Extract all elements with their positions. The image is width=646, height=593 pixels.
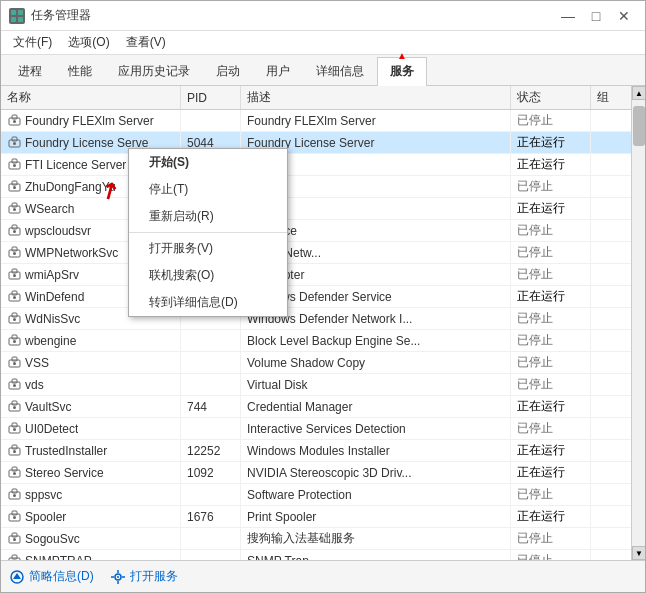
title-bar-left: 任务管理器 xyxy=(9,7,91,24)
service-icon xyxy=(7,114,21,128)
cell-status: 正在运行 xyxy=(511,198,591,219)
cell-desc: Credential Manager xyxy=(241,396,511,417)
scrollbar[interactable]: ▲ ▼ xyxy=(631,86,645,560)
cell-status: 已停止 xyxy=(511,176,591,197)
table-row[interactable]: WdNisSvc Windows Defender Network I... 已… xyxy=(1,308,631,330)
table-row[interactable]: WinDefend 2056 Windows Defender Service … xyxy=(1,286,631,308)
window-title: 任务管理器 xyxy=(31,7,91,24)
menu-view[interactable]: 查看(V) xyxy=(118,32,174,53)
table-body[interactable]: Foundry FLEXlm Server Foundry FLEXlm Ser… xyxy=(1,110,631,560)
cell-group xyxy=(591,484,631,505)
menu-options[interactable]: 选项(O) xyxy=(60,32,117,53)
cell-name: VSS xyxy=(1,352,181,373)
cell-group xyxy=(591,506,631,527)
svg-point-54 xyxy=(13,472,16,475)
table-row[interactable]: Spooler 1676 Print Spooler 正在运行 xyxy=(1,506,631,528)
col-desc[interactable]: 描述 xyxy=(241,86,511,109)
cell-name: Stereo Service xyxy=(1,462,181,483)
app-icon xyxy=(9,8,25,24)
cell-group xyxy=(591,220,631,241)
service-icon xyxy=(7,422,21,436)
table-row[interactable]: UI0Detect Interactive Services Detection… xyxy=(1,418,631,440)
col-name[interactable]: 名称 xyxy=(1,86,181,109)
tab-app-history[interactable]: 应用历史记录 xyxy=(105,57,203,85)
cell-pid xyxy=(181,374,241,395)
cell-desc: Print Spooler xyxy=(241,506,511,527)
service-icon xyxy=(7,488,21,502)
table-row[interactable]: SNMPTRAP SNMP Trap 已停止 xyxy=(1,550,631,560)
col-status[interactable]: 状态 xyxy=(511,86,591,109)
cell-group xyxy=(591,286,631,307)
cell-group xyxy=(591,242,631,263)
close-button[interactable]: ✕ xyxy=(611,6,637,26)
table-row[interactable]: Foundry License Serve 5044 Foundry Licen… xyxy=(1,132,631,154)
service-icon xyxy=(7,532,21,546)
table-row[interactable]: TrustedInstaller 12252 Windows Modules I… xyxy=(1,440,631,462)
cell-name: Spooler xyxy=(1,506,181,527)
service-icon xyxy=(7,202,21,216)
tab-performance[interactable]: 性能 xyxy=(55,57,105,85)
context-menu-item[interactable]: 转到详细信息(D) xyxy=(129,289,287,316)
context-menu-item[interactable]: 联机搜索(O) xyxy=(129,262,287,289)
table-row[interactable]: Stereo Service 1092 NVIDIA Stereoscopic … xyxy=(1,462,631,484)
tab-users[interactable]: 用户 xyxy=(253,57,303,85)
cell-pid: 12252 xyxy=(181,440,241,461)
svg-point-63 xyxy=(13,538,16,541)
cell-status: 正在运行 xyxy=(511,132,591,153)
open-service-icon xyxy=(110,569,126,585)
tab-startup[interactable]: 启动 xyxy=(203,57,253,85)
svg-point-30 xyxy=(13,296,16,299)
menu-file[interactable]: 文件(F) xyxy=(5,32,60,53)
table-row[interactable]: WMPNetworkSvc Player Netw... 已停止 xyxy=(1,242,631,264)
table-row[interactable]: wbengine Block Level Backup Engine Se...… xyxy=(1,330,631,352)
title-bar: 任务管理器 — □ ✕ xyxy=(1,1,645,31)
table-row[interactable]: wmiApSrv ce Adapter 已停止 xyxy=(1,264,631,286)
context-menu-item[interactable]: 重新启动(R) xyxy=(129,203,287,230)
cell-desc: SNMP Trap xyxy=(241,550,511,560)
svg-point-70 xyxy=(117,576,119,578)
cell-pid xyxy=(181,110,241,131)
context-menu-item[interactable]: 开始(S) xyxy=(129,149,287,176)
svg-point-18 xyxy=(13,208,16,211)
service-icon xyxy=(7,290,21,304)
table-row[interactable]: SogouSvc 搜狗输入法基础服务 已停止 xyxy=(1,528,631,550)
table-row[interactable]: WSearch 正在运行 xyxy=(1,198,631,220)
open-service-label: 打开服务 xyxy=(130,568,178,585)
service-icon xyxy=(7,334,21,348)
tab-process[interactable]: 进程 xyxy=(5,57,55,85)
table-row[interactable]: vds Virtual Disk 已停止 xyxy=(1,374,631,396)
col-pid[interactable]: PID xyxy=(181,86,241,109)
maximize-button[interactable]: □ xyxy=(583,6,609,26)
cell-group xyxy=(591,440,631,461)
table-row[interactable]: FTI Licence Server er 正在运行 xyxy=(1,154,631,176)
scroll-up-arrow[interactable]: ▲ xyxy=(632,86,645,100)
table-row[interactable]: VSS Volume Shadow Copy 已停止 xyxy=(1,352,631,374)
service-icon xyxy=(7,224,21,238)
tab-services[interactable]: 服务 xyxy=(377,57,427,86)
cell-group xyxy=(591,550,631,560)
context-menu-item[interactable]: 打开服务(V) xyxy=(129,235,287,262)
cell-desc: Interactive Services Detection xyxy=(241,418,511,439)
svg-rect-1 xyxy=(18,10,23,15)
col-group[interactable]: 组 xyxy=(591,86,631,109)
cell-pid: 1092 xyxy=(181,462,241,483)
table-row[interactable]: VaultSvc 744 Credential Manager 正在运行 xyxy=(1,396,631,418)
cell-pid xyxy=(181,550,241,560)
brief-info-button[interactable]: 简略信息(D) xyxy=(9,568,94,585)
table-row[interactable]: sppsvc Software Protection 已停止 xyxy=(1,484,631,506)
tab-details[interactable]: 详细信息 xyxy=(303,57,377,85)
cell-status: 已停止 xyxy=(511,352,591,373)
cell-group xyxy=(591,352,631,373)
table-row[interactable]: Foundry FLEXlm Server Foundry FLEXlm Ser… xyxy=(1,110,631,132)
context-menu-item[interactable]: 停止(T) xyxy=(129,176,287,203)
table-row[interactable]: wpscloudsvr d Service 已停止 xyxy=(1,220,631,242)
scroll-thumb[interactable] xyxy=(633,106,645,146)
open-service-button[interactable]: 打开服务 xyxy=(110,568,178,585)
main-window: 任务管理器 — □ ✕ 文件(F) 选项(O) 查看(V) 进程 性能 应用历史… xyxy=(0,0,646,593)
table-wrapper: 名称 PID 描述 状态 组 Foundry FLEXlm Server xyxy=(1,86,645,560)
minimize-button[interactable]: — xyxy=(555,6,581,26)
svg-point-48 xyxy=(13,428,16,431)
service-icon xyxy=(7,312,21,326)
scroll-down-arrow[interactable]: ▼ xyxy=(632,546,645,560)
cell-name: TrustedInstaller xyxy=(1,440,181,461)
